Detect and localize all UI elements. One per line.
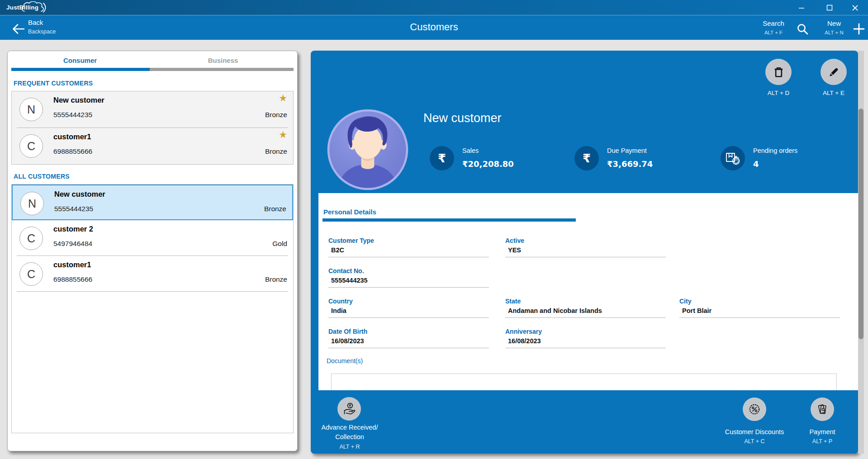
customer-name: customer1 xyxy=(53,260,91,269)
edit-shortcut-label: ALT + E xyxy=(809,90,859,96)
stat-label: Sales xyxy=(462,147,479,154)
tier-label: Bronze xyxy=(265,147,287,156)
detail-field: City Port Blair xyxy=(679,298,840,318)
tab-consumer[interactable]: Consumer xyxy=(8,57,152,64)
customer-detail-panel: ALT + D ALT + E xyxy=(311,51,858,454)
plus-icon xyxy=(853,23,865,35)
customer-name: customer1 xyxy=(53,132,91,141)
pending-orders-icon xyxy=(725,150,741,166)
section-header-frequent-customers: FREQUENT CUSTOMERS xyxy=(14,80,93,87)
detail-field: Active YES xyxy=(505,237,666,257)
customer-phone: 6988855666 xyxy=(53,275,92,284)
detail-field: Anniversary 16/08/2023 xyxy=(505,328,666,348)
detail-footer-bar: Advance Received/ Collection ALT + R Cus… xyxy=(311,390,858,454)
field-label: Date Of Birth xyxy=(328,328,367,335)
minimize-icon xyxy=(798,5,805,11)
stat-icon: ₹ xyxy=(430,146,454,170)
edit-customer-button[interactable] xyxy=(821,59,847,85)
rupee-icon: ₹ xyxy=(583,151,591,165)
avatar-initial: C xyxy=(27,232,35,245)
customer-list-item[interactable]: C customer1 6988855666 ★ Bronze xyxy=(12,128,293,165)
tab-business[interactable]: Business xyxy=(151,57,295,64)
customer-detail-name: New customer xyxy=(423,111,502,125)
field-value: 16/08/2023 xyxy=(508,337,541,345)
customer-list-item[interactable]: N New customer 5555444235 Bronze xyxy=(12,185,293,220)
hand-coin-icon xyxy=(337,397,361,421)
delete-shortcut-label: ALT + D xyxy=(754,90,803,96)
avatar-initial: N xyxy=(28,197,36,210)
stat-value: ₹20,208.80 xyxy=(462,159,514,169)
maximize-button[interactable] xyxy=(821,2,838,13)
avatar: N xyxy=(20,192,44,215)
close-button[interactable] xyxy=(847,2,863,13)
advance-received-label-line2: Collection xyxy=(311,433,389,440)
star-icon: ★ xyxy=(279,93,287,104)
tab-indicator-inactive xyxy=(150,68,294,71)
documents-box xyxy=(331,374,837,390)
field-value: Andaman and Nicobar Islands xyxy=(508,307,602,314)
field-value: YES xyxy=(508,246,521,254)
stat-icon xyxy=(721,146,745,170)
customer-name: New customer xyxy=(54,190,105,199)
avatar: N xyxy=(19,98,43,121)
all-customers-list: N New customer 5555444235 Bronze C custo… xyxy=(11,184,294,433)
stat-icon: ₹ xyxy=(574,146,599,170)
payment-shortcut: ALT + P xyxy=(783,438,861,445)
new-button[interactable]: New ALT + N xyxy=(813,17,865,39)
trash-icon xyxy=(773,66,785,78)
payment-label: Payment xyxy=(783,428,861,435)
minimize-button[interactable] xyxy=(793,2,810,13)
customer-list-item[interactable]: C customer1 6988855666 Bronze xyxy=(12,256,293,292)
field-value: 5555444235 xyxy=(331,277,368,284)
frequent-customers-list: N New customer 5555444235 ★ Bronze C cus… xyxy=(11,91,294,165)
field-label: City xyxy=(679,298,691,305)
new-shortcut: ALT + N xyxy=(813,30,855,35)
stat-value: 4 xyxy=(753,159,759,169)
tab-personal-details[interactable]: Personal Details xyxy=(323,208,376,216)
customer-list-item[interactable]: N New customer 5555444235 ★ Bronze xyxy=(12,91,293,128)
field-value: India xyxy=(331,307,346,314)
close-icon xyxy=(852,5,859,11)
stat-value: ₹3,669.74 xyxy=(607,159,653,169)
app-logo: JustBilling xyxy=(4,1,58,14)
customer-phone: 5497946484 xyxy=(53,240,92,248)
search-shortcut: ALT + F xyxy=(753,30,794,35)
customer-list-item[interactable]: C customer 2 5497946484 Gold xyxy=(12,220,293,256)
customer-phone: 5555444235 xyxy=(53,111,92,119)
avatar: C xyxy=(19,134,43,158)
search-label: Search xyxy=(753,19,794,27)
customer-avatar xyxy=(327,109,408,190)
star-icon: ★ xyxy=(279,129,287,140)
pencil-icon xyxy=(828,66,840,78)
stat-label: Due Payment xyxy=(607,147,647,154)
page-title: Customers xyxy=(0,21,868,33)
rupee-icon: ₹ xyxy=(438,151,446,165)
field-label: State xyxy=(505,298,521,305)
person-avatar-illustration xyxy=(327,109,408,190)
scrollbar-thumb[interactable] xyxy=(859,109,863,339)
advance-received-shortcut: ALT + R xyxy=(311,444,389,450)
customer-name: customer 2 xyxy=(53,225,93,233)
customer-phone: 6988855666 xyxy=(53,147,92,156)
delete-customer-button[interactable] xyxy=(765,59,792,85)
tier-label: Bronze xyxy=(264,205,286,213)
customer-list-panel: Consumer Business FREQUENT CUSTOMERS N N… xyxy=(7,51,298,451)
tab-indicator-active xyxy=(11,68,150,71)
new-label: New xyxy=(813,19,855,27)
page-header: Back Backspace Customers Search ALT + F … xyxy=(0,15,868,40)
detail-field: State Andaman and Nicobar Islands xyxy=(505,298,666,318)
avatar-initial: C xyxy=(27,140,35,153)
field-label: Country xyxy=(328,298,353,305)
customer-discounts-label: Customer Discounts xyxy=(716,428,793,435)
field-value: Port Blair xyxy=(682,307,711,314)
discount-badge-icon xyxy=(743,397,766,421)
avatar: C xyxy=(19,227,43,250)
avatar: C xyxy=(19,262,43,286)
customer-phone: 5555444235 xyxy=(54,205,93,213)
documents-label: Document(s) xyxy=(327,357,363,364)
detail-field: Date Of Birth 16/08/2023 xyxy=(328,328,489,348)
field-label: Active xyxy=(505,237,524,244)
customer-discounts-shortcut: ALT + C xyxy=(716,438,793,445)
search-button[interactable]: Search ALT + F xyxy=(753,17,809,39)
field-value: 16/08/2023 xyxy=(331,337,364,345)
